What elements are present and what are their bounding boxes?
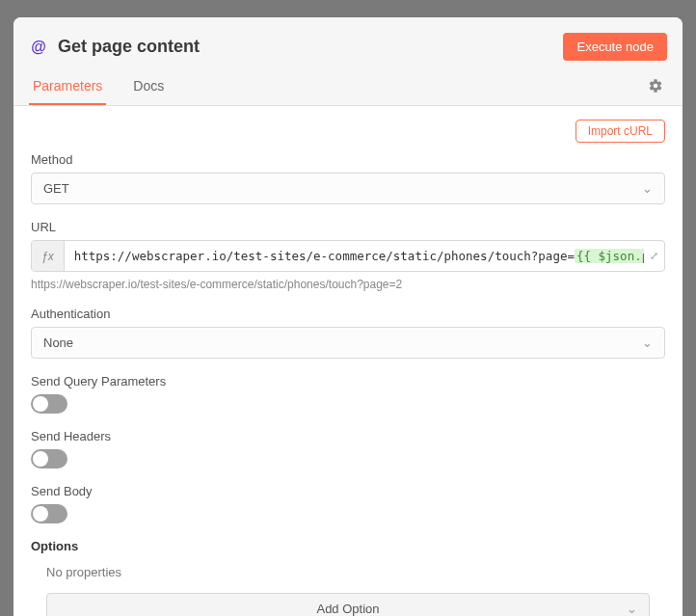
- fx-icon: ƒx: [32, 241, 65, 271]
- send-body-label: Send Body: [31, 484, 665, 498]
- options-section: Options No properties Add Option ⌄: [31, 539, 665, 616]
- send-body-field: Send Body: [31, 484, 665, 523]
- tabs: Parameters Docs: [29, 70, 168, 105]
- method-field: Method GET ⌄: [31, 152, 665, 204]
- url-label: URL: [31, 220, 665, 234]
- options-empty: No properties: [46, 565, 650, 579]
- tab-parameters[interactable]: Parameters: [29, 70, 106, 105]
- dialog-header: @ Get page content Execute node Paramete…: [13, 17, 683, 106]
- import-row: Import cURL: [31, 120, 665, 143]
- dialog-body: Import cURL Method GET ⌄ URL ƒx https://…: [13, 106, 683, 616]
- method-value: GET: [43, 181, 69, 196]
- auth-value: None: [43, 335, 73, 350]
- tabs-row: Parameters Docs: [29, 70, 667, 105]
- method-label: Method: [31, 152, 665, 167]
- url-input-text[interactable]: https://webscraper.io/test-sites/e-comme…: [65, 241, 644, 271]
- tab-docs[interactable]: Docs: [129, 70, 168, 105]
- send-headers-label: Send Headers: [31, 429, 665, 443]
- add-option-button[interactable]: Add Option ⌄: [46, 593, 650, 616]
- node-title: Get page content: [58, 37, 200, 57]
- http-icon: @: [29, 38, 48, 57]
- chevron-down-icon: ⌄: [642, 335, 653, 350]
- chevron-down-icon: ⌄: [627, 602, 637, 616]
- url-prefix: https://webscraper.io/test-sites/e-comme…: [74, 249, 575, 263]
- auth-select[interactable]: None ⌄: [31, 327, 665, 359]
- url-field: URL ƒx https://webscraper.io/test-sites/…: [31, 220, 665, 291]
- auth-label: Authentication: [31, 307, 665, 321]
- expand-icon[interactable]: ⤢: [644, 241, 664, 271]
- options-box: No properties Add Option ⌄: [31, 565, 665, 616]
- send-query-toggle[interactable]: [31, 394, 67, 414]
- send-headers-toggle[interactable]: [31, 449, 67, 469]
- execute-button[interactable]: Execute node: [563, 33, 667, 61]
- send-query-field: Send Query Parameters: [31, 374, 665, 414]
- node-dialog: @ Get page content Execute node Paramete…: [13, 17, 683, 616]
- gear-icon[interactable]: [644, 74, 667, 101]
- send-query-label: Send Query Parameters: [31, 374, 665, 388]
- send-body-toggle[interactable]: [31, 504, 67, 523]
- title-left: @ Get page content: [29, 37, 200, 57]
- url-resolved: https://webscraper.io/test-sites/e-comme…: [31, 278, 665, 291]
- method-select[interactable]: GET ⌄: [31, 173, 665, 204]
- url-expression-token: {{ $json.page }}: [575, 249, 644, 263]
- options-heading: Options: [31, 539, 665, 553]
- auth-field: Authentication None ⌄: [31, 307, 665, 359]
- title-row: @ Get page content Execute node: [29, 27, 667, 70]
- import-curl-button[interactable]: Import cURL: [576, 120, 665, 143]
- add-option-label: Add Option: [316, 602, 379, 616]
- chevron-down-icon: ⌄: [642, 181, 653, 196]
- url-expression-input[interactable]: ƒx https://webscraper.io/test-sites/e-co…: [31, 240, 665, 272]
- send-headers-field: Send Headers: [31, 429, 665, 469]
